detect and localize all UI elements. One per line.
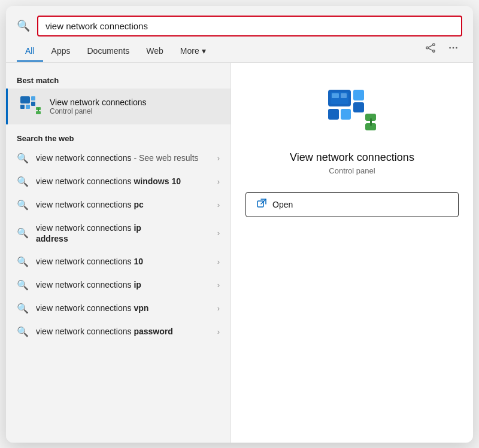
network-connections-icon-small — [19, 95, 42, 118]
search-icon: 🔍 — [17, 153, 29, 164]
list-item[interactable]: 🔍 view network connections vpn › — [6, 297, 231, 320]
right-app-subtitle: Control panel — [329, 166, 375, 175]
svg-line-3 — [428, 45, 432, 47]
chevron-right-icon: › — [217, 281, 220, 289]
share-icon — [425, 42, 436, 53]
chevron-right-icon: › — [217, 327, 220, 336]
web-item-text: view network connections 10 — [36, 256, 210, 267]
list-item[interactable]: 🔍 view network connections ip › — [6, 273, 231, 297]
chevron-right-icon: › — [217, 257, 220, 266]
svg-point-1 — [426, 47, 429, 49]
web-item-text: view network connections vpn — [36, 303, 210, 313]
svg-rect-19 — [353, 90, 364, 100]
list-item[interactable]: 🔍 view network connections password › — [6, 320, 231, 343]
search-icon: 🔍 — [17, 176, 29, 187]
list-item[interactable]: 🔍 view network connections 10 › — [6, 250, 231, 273]
web-item-text: view network connections password — [36, 326, 210, 337]
web-item-text: view network connections ipaddress — [36, 223, 210, 244]
chevron-right-icon: › — [217, 200, 220, 209]
tabs-right-icons — [422, 40, 462, 62]
svg-line-4 — [428, 48, 432, 50]
chevron-right-icon: › — [217, 228, 220, 237]
list-item[interactable]: 🔍 view network connections windows 10 › — [6, 170, 231, 193]
search-icon: 🔍 — [17, 199, 29, 211]
svg-rect-26 — [341, 93, 347, 98]
search-input[interactable] — [37, 16, 462, 36]
web-item-text: view network connections pc — [36, 199, 210, 210]
best-match-text: View network connections Control panel — [50, 97, 147, 115]
open-button-label: Open — [272, 200, 293, 209]
svg-point-6 — [453, 47, 454, 48]
search-icon: 🔍 — [17, 326, 29, 337]
tab-all[interactable]: All — [17, 41, 43, 62]
search-icon: 🔍 — [17, 303, 29, 314]
best-match-title: View network connections — [50, 97, 147, 107]
svg-rect-11 — [31, 96, 35, 100]
svg-point-7 — [456, 47, 457, 48]
search-bar-row: 🔍 — [6, 6, 473, 36]
tab-more[interactable]: More ▾ — [172, 41, 214, 62]
web-search-label: Search the web — [6, 129, 231, 147]
chevron-right-icon: › — [217, 304, 220, 313]
svg-point-0 — [433, 43, 435, 45]
more-options-button[interactable] — [444, 40, 462, 59]
svg-rect-12 — [31, 102, 35, 106]
right-panel: View network connections Control panel O… — [231, 63, 473, 443]
svg-rect-18 — [341, 109, 351, 120]
tab-documents[interactable]: Documents — [78, 41, 138, 62]
more-options-icon — [448, 42, 459, 53]
search-icon: 🔍 — [17, 279, 29, 291]
svg-rect-20 — [353, 102, 364, 112]
open-button[interactable]: Open — [245, 192, 459, 217]
chevron-right-icon: › — [217, 154, 220, 163]
network-connections-icon-large — [326, 87, 378, 140]
best-match-icon — [19, 95, 43, 118]
svg-point-5 — [449, 47, 451, 48]
svg-rect-9 — [20, 105, 25, 109]
best-match-subtitle: Control panel — [50, 107, 147, 115]
search-window: 🔍 All Apps Documents Web More ▾ — [6, 6, 473, 443]
main-content: Best match — [6, 63, 473, 443]
svg-rect-25 — [332, 93, 339, 98]
search-icon: 🔍 — [17, 19, 30, 32]
svg-rect-17 — [328, 109, 339, 120]
svg-rect-10 — [26, 105, 30, 109]
web-item-text: view network connections windows 10 — [36, 176, 210, 187]
best-match-item[interactable]: View network connections Control panel — [6, 89, 231, 124]
web-item-text: view network connections ip — [36, 279, 210, 290]
chevron-right-icon: › — [217, 177, 220, 186]
right-app-title: View network connections — [290, 151, 414, 164]
svg-rect-8 — [20, 96, 30, 103]
search-icon: 🔍 — [17, 256, 29, 267]
share-button[interactable] — [422, 40, 439, 59]
search-icon: 🔍 — [17, 227, 29, 239]
svg-rect-24 — [370, 118, 372, 126]
svg-point-2 — [433, 50, 435, 52]
best-match-label: Best match — [6, 71, 231, 89]
list-item[interactable]: 🔍 view network connections pc › — [6, 193, 231, 217]
tabs-row: All Apps Documents Web More ▾ — [6, 36, 473, 63]
app-icon-large — [325, 87, 379, 141]
web-item-text: view network connections - See web resul… — [36, 153, 210, 163]
tab-apps[interactable]: Apps — [43, 41, 79, 62]
tab-web[interactable]: Web — [138, 41, 172, 62]
list-item[interactable]: 🔍 view network connections - See web res… — [6, 147, 231, 170]
svg-rect-14 — [36, 111, 41, 114]
web-search-section: Search the web 🔍 view network connection… — [6, 129, 231, 343]
open-external-icon — [257, 199, 266, 211]
list-item[interactable]: 🔍 view network connections ipaddress › — [6, 217, 231, 250]
left-panel: Best match — [6, 63, 231, 443]
